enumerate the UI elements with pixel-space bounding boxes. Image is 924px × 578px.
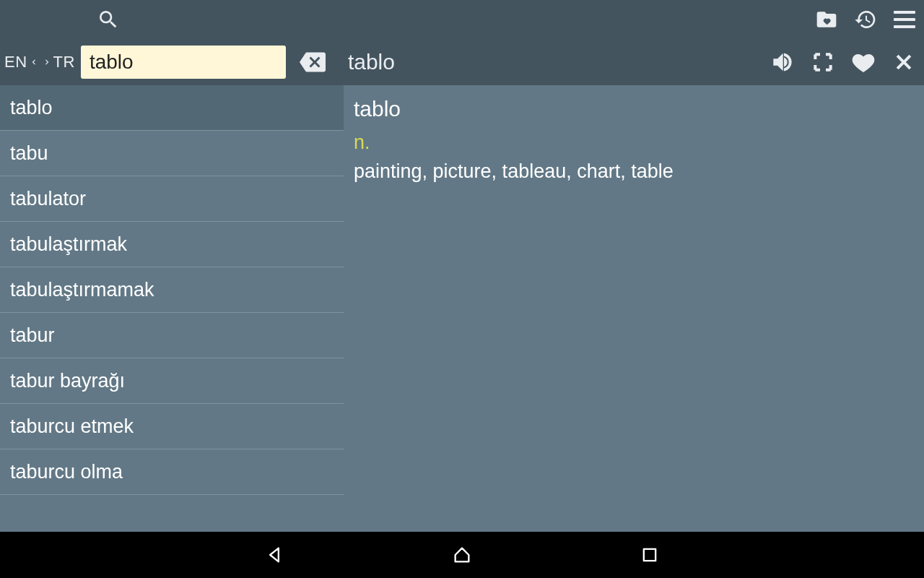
search-icon[interactable] (89, 0, 128, 39)
fullscreen-icon[interactable] (803, 42, 843, 82)
list-item-label: tabu (10, 142, 48, 165)
back-button[interactable] (260, 540, 289, 569)
part-of-speech: n. (354, 131, 914, 154)
favorites-folder-icon[interactable] (807, 0, 846, 39)
home-button[interactable] (448, 540, 476, 569)
definition-text: painting, picture, tableau, chart, table (354, 158, 914, 184)
list-item[interactable]: tabulaştırmamak (0, 267, 344, 313)
android-nav-bar (0, 532, 924, 578)
list-item-label: tabur (10, 324, 55, 347)
list-item[interactable]: taburcu etmek (0, 404, 344, 449)
app-bar (0, 0, 924, 39)
list-item[interactable]: taburcu olma (0, 449, 344, 495)
list-item[interactable]: tablo (0, 85, 344, 131)
search-input[interactable] (81, 46, 286, 79)
lang-to: TR (53, 53, 75, 72)
list-item[interactable]: tabulaştırmak (0, 222, 344, 267)
main-area: tablo tabu tabulator tabulaştırmak tabul… (0, 85, 924, 532)
list-item[interactable]: tabu (0, 131, 344, 176)
list-item[interactable]: tabur (0, 313, 344, 358)
recents-button[interactable] (635, 540, 664, 569)
header-row: EN TR tablo (0, 39, 924, 85)
clear-input-icon[interactable] (293, 43, 332, 82)
definition-word: tablo (354, 97, 914, 121)
list-item-label: taburcu etmek (10, 415, 134, 438)
list-item[interactable]: tabur bayrağı (0, 358, 344, 404)
lang-from: EN (4, 53, 27, 72)
chevron-right-icon (40, 50, 53, 74)
list-item-label: taburcu olma (10, 461, 123, 483)
svg-rect-0 (644, 549, 655, 561)
history-icon[interactable] (846, 0, 885, 39)
header-word: tablo (348, 50, 395, 74)
speaker-icon[interactable] (762, 42, 803, 82)
list-item-label: tabur bayrağı (10, 370, 125, 392)
favorite-icon[interactable] (843, 42, 884, 82)
definition-panel: tablo n. painting, picture, tableau, cha… (344, 85, 924, 532)
list-item-label: tabulaştırmak (10, 233, 127, 256)
app-bar-left (0, 0, 217, 39)
suggestion-list: tablo tabu tabulator tabulaştırmak tabul… (0, 85, 344, 532)
language-switcher[interactable]: EN TR (0, 50, 75, 74)
close-icon[interactable] (884, 42, 924, 82)
list-item-label: tabulaştırmamak (10, 279, 154, 301)
menu-icon[interactable] (885, 0, 924, 39)
list-item-label: tablo (10, 97, 53, 119)
list-item-label: tabulator (10, 188, 86, 210)
list-item[interactable]: tabulator (0, 176, 344, 222)
chevron-left-icon (27, 50, 40, 74)
